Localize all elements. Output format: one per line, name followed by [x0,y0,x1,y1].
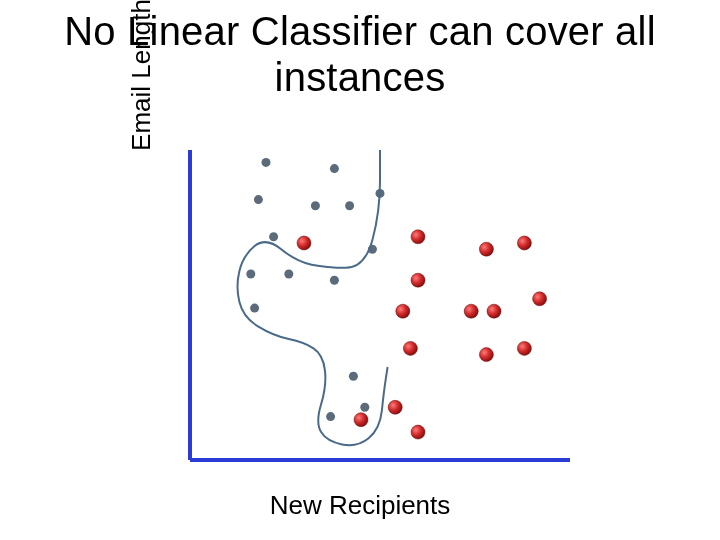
data-point [254,195,263,204]
data-point [246,270,255,279]
series-class-b [297,230,547,439]
data-point [250,304,259,313]
data-point [349,372,358,381]
data-point [411,273,425,287]
data-point [396,304,410,318]
data-point [330,276,339,285]
data-point [284,270,293,279]
data-point [533,292,547,306]
data-point [479,242,493,256]
x-axis-label: New Recipients [210,490,510,521]
plot-svg [130,150,590,490]
series-class-a [246,158,384,421]
slide: No Linear Classifier can cover all insta… [0,0,720,540]
data-point [411,425,425,439]
data-point [326,412,335,421]
data-point [330,164,339,173]
data-point [517,341,531,355]
data-point [345,201,354,210]
decision-boundary-curve [238,150,388,445]
data-point [388,400,402,414]
data-point [297,236,311,250]
data-point [360,403,369,412]
data-point [411,230,425,244]
data-point [487,304,501,318]
data-point [311,201,320,210]
data-point [354,413,368,427]
data-point [464,304,478,318]
data-point [479,348,493,362]
scatter-plot [130,150,590,490]
data-point [403,341,417,355]
page-title: No Linear Classifier can cover all insta… [0,8,720,100]
data-point [269,232,278,241]
data-point [517,236,531,250]
data-point [262,158,271,167]
